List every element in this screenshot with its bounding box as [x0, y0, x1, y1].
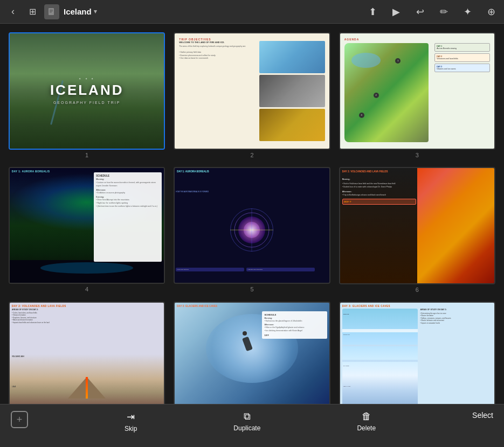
back-button[interactable]: ‹	[5, 4, 20, 19]
slide1-title: ICELAND	[50, 82, 124, 99]
doc-icon	[44, 4, 59, 19]
slide1-subtitle: GEOGRAPHY FIELD TRIP	[53, 101, 121, 104]
slide5-header: DAY 1: AURORA BOREALIS	[177, 170, 209, 173]
slide2-text: WELCOME TO THE LAND OF FIRE AND ICE. The…	[179, 41, 257, 141]
slide-item-3[interactable]: AGENDA DAY 1 Aurora Borealis viewing DAY…	[339, 32, 495, 158]
slide-num-6: 6	[416, 287, 419, 293]
star-icon: ✦	[464, 6, 472, 18]
slide-thumb-3: AGENDA DAY 1 Aurora Borealis viewing DAY…	[339, 32, 495, 150]
star-button[interactable]: ✦	[460, 4, 475, 19]
more-button[interactable]: ⊕	[484, 4, 499, 19]
pencil-icon: ✏	[440, 6, 448, 18]
slide-num-2: 2	[250, 152, 253, 158]
slide9-header: DAY 3: GLACIERS AND ICE CAVES	[342, 305, 492, 308]
slide-item-5[interactable]: DAY 1: AURORA BOREALIS HOW THE AURORA BO…	[174, 167, 330, 293]
select-button[interactable]: Select	[472, 411, 493, 420]
sidebar-toggle-button[interactable]: ⊞	[25, 4, 40, 19]
share-button[interactable]: ⬆	[365, 4, 380, 19]
play-button[interactable]: ▶	[389, 4, 404, 19]
slide-thumb-2: TRIP OBJECTIVES WELCOME TO THE LAND OF F…	[174, 32, 330, 150]
slide-num-5: 5	[250, 286, 253, 292]
undo-button[interactable]: ↩	[412, 4, 427, 19]
delete-label: Delete	[357, 424, 376, 432]
svg-rect-1	[50, 10, 53, 10]
duplicate-icon: ⧉	[244, 411, 251, 422]
select-label: Select	[472, 411, 493, 420]
pencil-button[interactable]: ✏	[436, 4, 451, 19]
slide-thumb-9: DAY 3: GLACIERS AND ICE CAVES FIRN ICE P…	[339, 302, 495, 404]
bottom-bar: + ⇥ Skip ⧉ Duplicate 🗑 Delete Select	[0, 404, 504, 447]
chevron-down-icon: ▾	[94, 8, 97, 15]
sidebar-icon: ⊞	[29, 6, 36, 17]
duplicate-label: Duplicate	[233, 424, 260, 432]
delete-icon: 🗑	[362, 411, 371, 422]
slide-thumb-6: DAY 2: VOLCANOES AND LAVA FIELDS Morning…	[339, 167, 495, 284]
slide-num-4: 4	[85, 286, 88, 292]
slide-item-6[interactable]: DAY 2: VOLCANOES AND LAVA FIELDS Morning…	[339, 167, 495, 293]
play-icon: ▶	[392, 6, 400, 18]
slide-thumb-1: ✦ ✦ ✦ ICELAND GEOGRAPHY FIELD TRIP	[9, 32, 165, 150]
slide8-header: DAY 3: GLACIERS AND ICE CAVES	[177, 305, 217, 308]
skip-icon: ⇥	[127, 411, 135, 423]
slide-item-8[interactable]: DAY 3: GLACIERS AND ICE CAVES SCHEDULE M…	[174, 302, 330, 404]
slide2-images	[259, 41, 325, 141]
undo-icon: ↩	[416, 6, 424, 18]
svg-rect-2	[50, 11, 53, 11]
doc-title[interactable]: Iceland ▾	[64, 7, 97, 16]
delete-button[interactable]: 🗑 Delete	[357, 411, 376, 432]
svg-rect-3	[50, 12, 52, 12]
slide7-header: DAY 2: VOLCANOES AND LAVA FIELDS	[12, 305, 162, 308]
toolbar-left: ‹ ⊞ Iceland ▾	[5, 4, 361, 19]
add-icon: +	[17, 414, 23, 425]
slide-thumb-8: DAY 3: GLACIERS AND ICE CAVES SCHEDULE M…	[174, 302, 330, 404]
add-slide-button[interactable]: +	[11, 411, 28, 428]
slide-item-2[interactable]: TRIP OBJECTIVES WELCOME TO THE LAND OF F…	[174, 32, 330, 158]
skip-button[interactable]: ⇥ Skip	[125, 411, 137, 432]
slide-item-7[interactable]: DAY 2: VOLCANOES AND LAVA FIELDS AREAS O…	[9, 302, 165, 404]
slide-item-4[interactable]: SCHEDULE Morning: • Lecture on how the a…	[9, 167, 165, 293]
duplicate-button[interactable]: ⧉ Duplicate	[233, 411, 260, 432]
toolbar-right: ⬆ ▶ ↩ ✏ ✦ ⊕	[365, 4, 499, 19]
slide-num-3: 3	[416, 152, 419, 158]
slide-thumb-7: DAY 2: VOLCANOES AND LAVA FIELDS AREAS O…	[9, 302, 165, 404]
slide-item-1[interactable]: ✦ ✦ ✦ ICELAND GEOGRAPHY FIELD TRIP 1	[9, 32, 165, 158]
slide-num-1: 1	[85, 152, 88, 158]
slide-item-9[interactable]: DAY 3: GLACIERS AND ICE CAVES FIRN ICE P…	[339, 302, 495, 404]
toolbar: ‹ ⊞ Iceland ▾ ⬆ ▶ ↩ ✏	[0, 0, 504, 24]
slide3-header: AGENDA	[344, 38, 490, 41]
slide-thumb-4: SCHEDULE Morning: • Lecture on how the a…	[9, 167, 165, 284]
more-icon: ⊕	[487, 6, 495, 18]
slide-thumb-5: DAY 1: AURORA BOREALIS HOW THE AURORA BO…	[174, 167, 330, 284]
share-icon: ⬆	[369, 6, 377, 18]
back-icon: ‹	[11, 6, 15, 17]
slide-grid: ✦ ✦ ✦ ICELAND GEOGRAPHY FIELD TRIP 1 TRI…	[0, 24, 504, 404]
slide4-header: DAY 1: AURORA BOREALIS	[12, 170, 50, 173]
skip-label: Skip	[125, 425, 137, 432]
svg-rect-0	[49, 8, 54, 15]
add-slide-section: +	[11, 411, 28, 428]
slide6-header: DAY 2: VOLCANOES AND LAVA FIELDS	[342, 170, 492, 173]
